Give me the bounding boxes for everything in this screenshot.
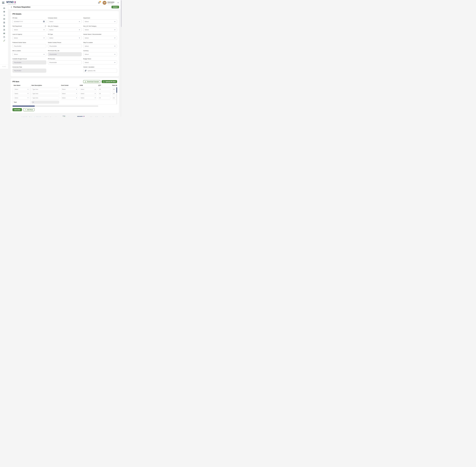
uom-select[interactable]: Select (79, 88, 97, 91)
download-sample-button[interactable]: Download Sample (83, 80, 100, 83)
ship-to-location-select[interactable]: Select (83, 44, 117, 48)
pr-date-input[interactable] (14, 21, 42, 22)
field-bill-to-location: Bill to Location Select (13, 50, 46, 56)
file-icon (3, 36, 5, 38)
conversion-rate-input (14, 70, 45, 71)
budget-name-select[interactable]: Select (83, 60, 117, 65)
field-vendor-1-quotation: Vendor 1 Quotation Upload a file (83, 66, 117, 73)
department-select[interactable]: Select (83, 20, 117, 24)
top-header: MYND Intelligence Automated 3 UN Usernam… (0, 0, 122, 6)
copyright-text: © 2022 Mynd Integrated Solutions, All Ri… (21, 116, 56, 117)
calculate-button[interactable]: Calculate (13, 108, 22, 111)
finance-document-icon (3, 32, 5, 34)
field-level-of-urgency: Level of Urgency Select (13, 34, 46, 40)
item-gl-sub-category-select[interactable]: Select (83, 28, 117, 32)
column-header-qty: QTY (97, 85, 111, 86)
cost-center-select[interactable]: Select (61, 92, 78, 95)
cost-center-select[interactable]: Select (61, 96, 78, 99)
horizontal-scrollbar-thumb[interactable] (13, 106, 35, 106)
logo-x-icon (14, 1, 16, 3)
info-icon[interactable] (45, 25, 46, 27)
edit-document-icon (3, 25, 5, 27)
notification-bell-icon[interactable]: 3 (98, 1, 100, 4)
sidebar-item-finance-document[interactable] (2, 32, 6, 34)
uom-select[interactable]: Select (79, 96, 97, 99)
cost-center-select[interactable]: Select (61, 88, 78, 91)
qty-input[interactable] (99, 97, 109, 99)
item-description-input[interactable] (32, 89, 58, 90)
field-pr-amount-wo-tax: PR Amount Wo_Tax (48, 50, 82, 56)
paperclip-icon (85, 70, 87, 72)
level-of-urgency-select[interactable]: Select (13, 36, 46, 40)
field-currency: Currency Select (83, 50, 117, 56)
pr-type-select[interactable]: Select (48, 36, 82, 40)
page-scrollbar[interactable] (121, 0, 122, 117)
field-budget-name: Budget Name Select (83, 58, 117, 65)
privacy-policy-link[interactable]: Privacy Policy (91, 116, 99, 117)
sidebar-item-document[interactable] (2, 29, 6, 31)
sidebar-item-edit-document[interactable] (2, 25, 6, 27)
pr-remarks-input[interactable] (49, 62, 80, 63)
chevron-down-icon (114, 45, 116, 47)
sidebar-item-checklist[interactable] (2, 22, 6, 24)
sidebar-item-file[interactable] (2, 36, 6, 38)
vendor-1-quotation-upload[interactable]: Upload a file (83, 69, 117, 73)
field-preferred-vendor-name: Preferred Vendor Name (13, 42, 46, 48)
currency-select[interactable]: Select (83, 52, 117, 56)
field-label: PR Type (48, 34, 53, 35)
upload-pr-item-button[interactable]: Upload PR Item (102, 80, 117, 83)
page-scrollbar-thumb[interactable] (121, 0, 122, 27)
pr-item-row: Select Select Select (13, 96, 117, 100)
table-vertical-scrollbar[interactable] (117, 87, 117, 104)
item-name-select[interactable]: Select (13, 92, 30, 95)
chevron-down-icon (76, 89, 77, 90)
field-available-budget-amount: Available Budget Amount (13, 58, 46, 65)
table-horizontal-scrollbar[interactable] (13, 106, 98, 106)
qty-input[interactable] (99, 93, 109, 94)
vertical-scrollbar-thumb[interactable] (117, 87, 117, 93)
item-description-input[interactable] (32, 93, 58, 94)
hamburger-menu-icon[interactable] (2, 2, 4, 3)
field-label: Budget Name (83, 58, 91, 60)
field-label: Company Name (48, 17, 57, 19)
chevron-down-icon (43, 37, 45, 39)
qty-input[interactable] (99, 89, 109, 90)
tools-icon (3, 40, 5, 42)
item-name-select[interactable]: Select (13, 88, 30, 91)
chevron-down-icon (27, 97, 29, 99)
avatar[interactable]: UN (103, 1, 106, 5)
company-name-select[interactable]: Select (48, 20, 82, 24)
submit-button[interactable]: Submit (111, 6, 119, 8)
item-gl-category-select[interactable]: Select (48, 28, 82, 32)
list-icon (3, 14, 5, 16)
terms-and-conditions-link[interactable]: Terms and Conditions (103, 116, 116, 117)
sidebar-item-tools[interactable] (2, 39, 6, 42)
sidebar-item-id-card[interactable] (2, 18, 6, 20)
field-company-name: Company Name Select (48, 17, 82, 24)
user-menu[interactable]: UN Username Role Name (103, 1, 114, 5)
add-row-button[interactable]: Add Row (23, 108, 35, 111)
sidebar-item-settings[interactable] (2, 11, 6, 13)
chevron-down-icon[interactable] (117, 2, 119, 4)
vendor-name-1-recommended-select[interactable]: Select (83, 36, 117, 40)
back-chevron-icon[interactable] (11, 6, 12, 8)
column-header-item-description: Item Description (30, 85, 60, 86)
chevron-down-icon (114, 21, 116, 22)
page-header: Purchase Requisition Submit (8, 6, 122, 9)
sub-department-select[interactable]: Select (13, 28, 46, 32)
preferred-vendor-name-input[interactable] (14, 45, 45, 47)
item-description-input[interactable] (32, 97, 58, 99)
calendar-icon[interactable] (43, 21, 45, 23)
total-label: Total (13, 102, 30, 103)
grid-spacer (48, 66, 82, 73)
pr-item-row: Select Select Select (13, 87, 117, 91)
field-ship-to-location: Ship To Location Select (83, 42, 117, 48)
logo-tagline: Intelligence Automated (8, 4, 16, 4)
sidebar-item-home[interactable] (2, 7, 6, 9)
uom-select[interactable]: Select (79, 92, 97, 95)
vendor-contact-person-input[interactable] (49, 45, 80, 47)
field-pr-type: PR Type Select (48, 34, 82, 40)
sidebar-item-list[interactable] (2, 14, 6, 16)
item-name-select[interactable]: Select (13, 96, 30, 99)
bill-to-location-select[interactable]: Select (13, 52, 46, 56)
